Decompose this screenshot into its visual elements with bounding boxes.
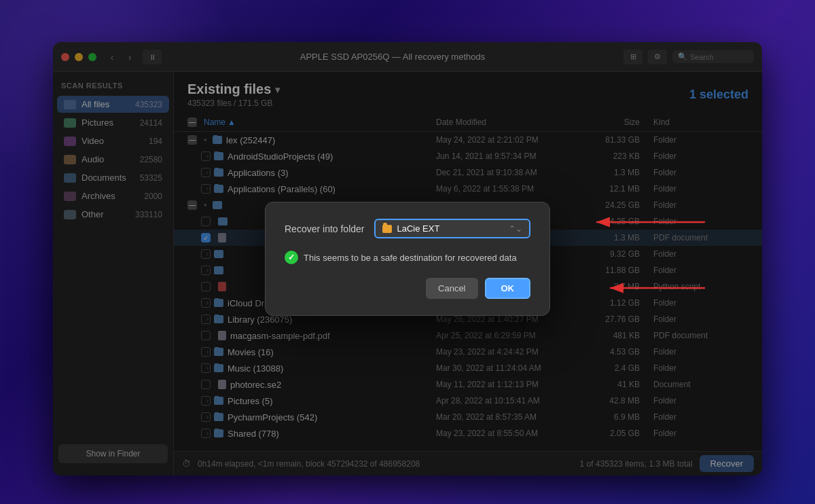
dialog-folder-row: Recover into folder LaCie EXT ⌃⌄ (285, 219, 530, 238)
dialog-label: Recover into folder (285, 223, 365, 234)
checkmark-icon: ✓ (285, 251, 298, 264)
safe-destination-message: ✓ This seems to be a safe destination fo… (285, 251, 530, 264)
folder-dropdown[interactable]: LaCie EXT ⌃⌄ (374, 219, 530, 238)
folder-dropdown-text: LaCie EXT (397, 223, 503, 234)
dialog-overlay: Recover into folder LaCie EXT ⌃⌄ ✓ This … (53, 42, 762, 475)
dropdown-arrow-icon: ⌃⌄ (509, 224, 522, 234)
safe-message-text: This seems to be a safe destination for … (304, 253, 517, 263)
main-window: ‹ › ⏸ APPLE SSD AP0256Q — All recovery m… (53, 42, 762, 475)
ok-button[interactable]: OK (485, 278, 531, 299)
folder-dropdown-icon (382, 225, 392, 233)
recover-dialog: Recover into folder LaCie EXT ⌃⌄ ✓ This … (265, 202, 550, 316)
dialog-buttons: Cancel OK (285, 278, 530, 299)
cancel-button[interactable]: Cancel (426, 278, 477, 299)
